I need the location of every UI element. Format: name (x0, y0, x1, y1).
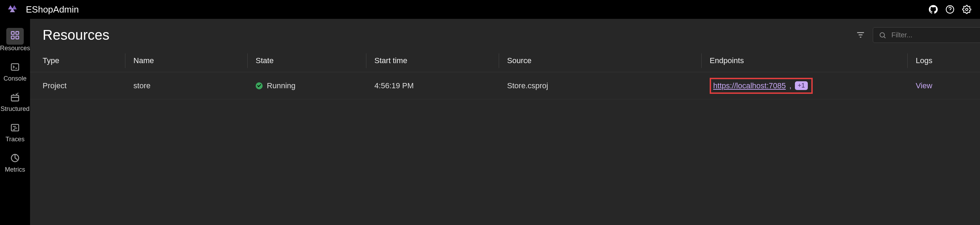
th-start-time[interactable]: Start time (374, 56, 507, 65)
topbar-left: EShopAdmin (7, 3, 79, 15)
search-box[interactable] (873, 27, 980, 43)
cell-start-time: 4:56:19 PM (374, 81, 507, 90)
sidebar-item-label: Traces (6, 136, 24, 143)
page-title: Resources (43, 27, 109, 43)
page-header-actions (856, 27, 980, 43)
app-title: EShopAdmin (26, 4, 79, 15)
settings-icon[interactable] (962, 5, 972, 14)
svg-rect-8 (11, 36, 14, 39)
sidebar-item-console[interactable]: Console (0, 57, 30, 87)
search-icon (879, 32, 886, 39)
cell-type: Project (43, 81, 134, 90)
svg-point-21 (880, 32, 885, 37)
svg-point-5 (966, 8, 968, 11)
metrics-icon (9, 152, 21, 164)
sidebar-item-label: Metrics (5, 166, 25, 173)
th-endpoints[interactable]: Endpoints (710, 56, 916, 65)
app-logo-icon (7, 3, 19, 15)
status-running-icon (256, 82, 262, 89)
svg-rect-9 (16, 36, 19, 39)
svg-line-22 (884, 36, 885, 38)
svg-rect-6 (11, 32, 14, 35)
cell-name: store (134, 81, 256, 90)
sidebar-item-label: Console (3, 75, 27, 82)
svg-rect-10 (11, 64, 19, 70)
cell-state: Running (256, 81, 374, 90)
svg-rect-7 (16, 32, 19, 35)
filter-icon[interactable] (856, 30, 866, 40)
cell-source: Store.csproj (507, 81, 710, 90)
cell-logs: View (916, 81, 980, 90)
th-state[interactable]: State (256, 56, 374, 65)
github-icon[interactable] (928, 5, 938, 14)
th-type[interactable]: Type (43, 56, 134, 65)
cell-endpoints: https://localhost:7085, +1 (710, 78, 916, 94)
search-input[interactable] (891, 31, 980, 39)
sidebar-item-resources[interactable]: Resources (0, 24, 30, 57)
logs-view-link[interactable]: View (916, 81, 932, 90)
sidebar-item-metrics[interactable]: Metrics (0, 148, 30, 178)
state-text: Running (267, 81, 296, 90)
endpoint-link[interactable]: https://localhost:7085 (713, 81, 786, 90)
endpoint-extra-badge[interactable]: +1 (795, 81, 808, 90)
traces-icon (9, 122, 21, 134)
sidebar-item-label: Structured (1, 105, 30, 112)
topbar: EShopAdmin (0, 0, 980, 19)
structured-icon (9, 91, 21, 103)
table-row[interactable]: Project store Running 4:56:19 PM Store.c… (30, 72, 980, 100)
th-name[interactable]: Name (134, 56, 256, 65)
topbar-right (928, 5, 972, 14)
th-logs[interactable]: Logs (916, 56, 980, 65)
endpoint-highlight: https://localhost:7085, +1 (710, 78, 813, 94)
resources-icon (9, 29, 21, 41)
main-content: Resources Type Name State Start time (30, 19, 980, 225)
sidebar-item-label: Resources (0, 44, 30, 52)
table-header: Type Name State Start time Source Endpoi… (30, 49, 980, 72)
sidebar: Resources Console Structured Traces Metr… (0, 19, 30, 225)
svg-rect-12 (11, 95, 19, 101)
resources-table: Type Name State Start time Source Endpoi… (30, 49, 980, 100)
help-icon[interactable] (945, 5, 955, 14)
sidebar-item-traces[interactable]: Traces (0, 117, 30, 148)
sidebar-item-structured[interactable]: Structured (0, 87, 30, 117)
th-source[interactable]: Source (507, 56, 710, 65)
page-header: Resources (30, 19, 980, 49)
console-icon (9, 61, 21, 73)
endpoint-comma: , (789, 81, 791, 90)
